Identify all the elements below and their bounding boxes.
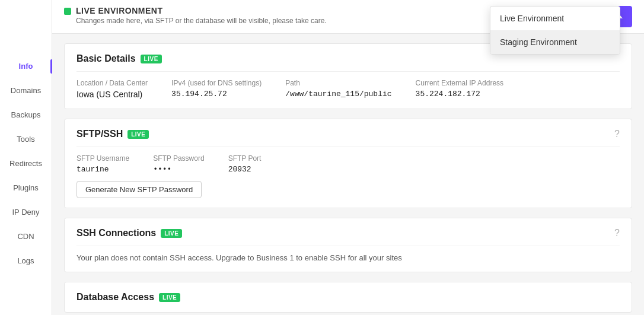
ssh-connections-header: SSH Connections LIVE ?: [76, 228, 620, 246]
location-value: Iowa (US Central): [76, 90, 148, 99]
external-ip-label: Current External IP Address: [416, 79, 504, 87]
ssh-badge: LIVE: [161, 229, 182, 238]
location-label: Location / Data Center: [76, 79, 148, 87]
ipv4-label: IPv4 (used for DNS settings): [171, 79, 262, 87]
dropdown-item-staging[interactable]: Staging Environment: [490, 30, 620, 54]
sidebar-item-cdn[interactable]: CDN: [0, 230, 52, 243]
sftp-badge: LIVE: [127, 130, 149, 139]
external-ip-field: Current External IP Address 35.224.182.1…: [416, 79, 504, 99]
sftp-password-field: SFTP Password ••••: [153, 154, 204, 174]
sidebar-item-info[interactable]: Info: [0, 59, 52, 73]
sftp-username-value: taurine: [76, 165, 129, 174]
location-field: Location / Data Center Iowa (US Central): [76, 79, 148, 99]
ssh-title: SSH Connections: [76, 228, 156, 238]
path-value: /www/taurine_115/public: [285, 90, 391, 98]
basic-details-title: Basic Details: [76, 53, 136, 64]
basic-details-fields: Location / Data Center Iowa (US Central)…: [76, 79, 620, 99]
external-ip-value: 35.224.182.172: [416, 90, 504, 98]
sftp-username-field: SFTP Username taurine: [76, 154, 129, 174]
database-title: Database Access: [76, 292, 154, 303]
sidebar-item-plugins[interactable]: Plugins: [0, 181, 52, 195]
sftp-fields: SFTP Username taurine SFTP Password ••••…: [76, 154, 620, 174]
sftp-ssh-header: SFTP/SSH LIVE ?: [76, 129, 620, 147]
env-text: LIVE ENVIRONMENT Changes made here, via …: [76, 6, 327, 25]
sftp-password-label: SFTP Password: [153, 154, 204, 163]
sftp-port-field: SFTP Port 20932: [228, 154, 262, 174]
sidebar-item-domains[interactable]: Domains: [0, 84, 52, 97]
sftp-ssh-section: SFTP/SSH LIVE ? SFTP Username taurine SF…: [64, 119, 632, 208]
content-area: Basic Details LIVE Location / Data Cente…: [52, 43, 644, 313]
env-dot: [64, 8, 71, 15]
sidebar-item-backups[interactable]: Backups: [0, 108, 52, 122]
sftp-port-value: 20932: [228, 165, 262, 174]
change-env-dropdown: Live Environment Staging Environment: [490, 6, 620, 55]
database-access-header: Database Access LIVE: [76, 292, 620, 303]
sftp-username-label: SFTP Username: [76, 154, 129, 163]
change-env-container: Change Environment Live Environment Stag…: [524, 6, 632, 27]
ssh-notice: Your plan does not contain SSH access. U…: [76, 253, 620, 262]
basic-details-badge: LIVE: [141, 55, 162, 63]
path-field: Path /www/taurine_115/public: [285, 79, 391, 99]
sftp-password-value: ••••: [153, 165, 204, 174]
sidebar-item-ip-deny[interactable]: IP Deny: [0, 205, 52, 219]
sidebar-item-logs[interactable]: Logs: [0, 254, 52, 268]
generate-sftp-password-button[interactable]: Generate New SFTP Password: [76, 181, 202, 198]
ipv4-field: IPv4 (used for DNS settings) 35.194.25.7…: [171, 79, 262, 99]
env-banner: LIVE ENVIRONMENT Changes made here, via …: [52, 0, 644, 34]
dropdown-item-live[interactable]: Live Environment: [490, 7, 620, 30]
sidebar-item-tools[interactable]: Tools: [0, 132, 52, 146]
basic-details-header: Basic Details LIVE: [76, 53, 620, 72]
ipv4-value: 35.194.25.72: [171, 90, 262, 98]
main-content: LIVE ENVIRONMENT Changes made here, via …: [52, 0, 644, 315]
ssh-connections-section: SSH Connections LIVE ? Your plan does no…: [64, 218, 632, 272]
sftp-title: SFTP/SSH: [76, 129, 123, 139]
sftp-help-icon[interactable]: ?: [614, 129, 620, 139]
env-subtitle: Changes made here, via SFTP or the datab…: [76, 17, 327, 25]
database-badge: LIVE: [159, 293, 180, 302]
sidebar: Info Domains Backups Tools Redirects Plu…: [0, 0, 52, 315]
path-label: Path: [285, 79, 391, 87]
database-access-section: Database Access LIVE: [64, 282, 632, 313]
ssh-help-icon[interactable]: ?: [614, 228, 620, 238]
env-title: LIVE ENVIRONMENT: [76, 6, 327, 15]
sftp-port-label: SFTP Port: [228, 154, 262, 163]
sidebar-item-redirects[interactable]: Redirects: [0, 157, 52, 170]
